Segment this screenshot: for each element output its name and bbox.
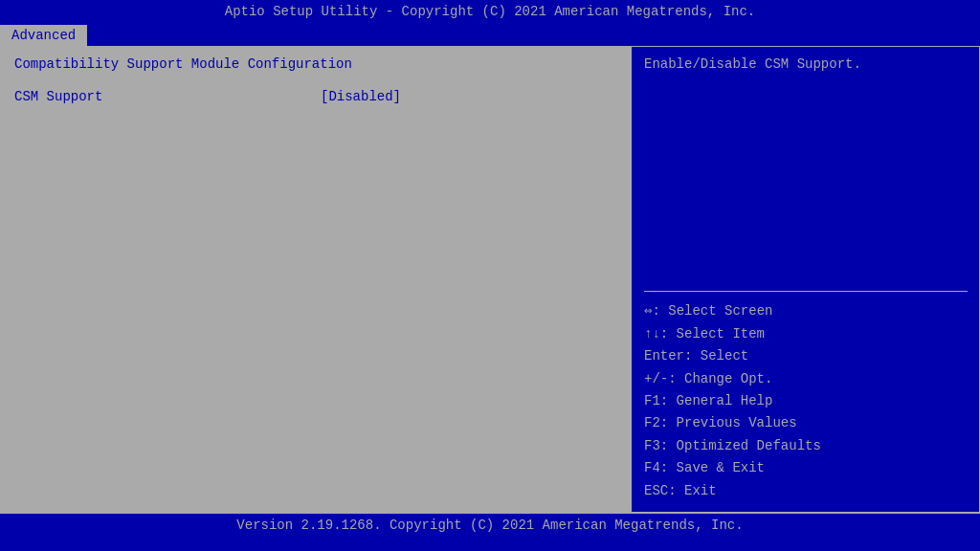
key-binding-item: F2: Previous Values — [644, 412, 968, 433]
key-binding-item: ⇔: Select Screen — [644, 300, 968, 321]
footer-text: Version 2.19.1268. Copyright (C) 2021 Am… — [236, 518, 743, 533]
csm-support-value: [Disabled] — [321, 89, 401, 104]
title-bar: Aptio Setup Utility - Copyright (C) 2021… — [0, 0, 980, 23]
main-container: Compatibility Support Module Configurati… — [0, 46, 980, 513]
key-help: ⇔: Select Screen↑↓: Select ItemEnter: Se… — [644, 299, 968, 502]
tab-bar: Advanced — [0, 23, 980, 46]
right-panel: Enable/Disable CSM Support. ⇔: Select Sc… — [633, 47, 979, 512]
key-binding-item: F1: General Help — [644, 390, 968, 411]
section-title: Compatibility Support Module Configurati… — [14, 56, 618, 72]
csm-support-label: CSM Support — [14, 89, 321, 104]
key-binding-item: +/-: Change Opt. — [644, 368, 968, 389]
footer-bar: Version 2.19.1268. Copyright (C) 2021 Am… — [0, 513, 980, 537]
key-binding-item: F3: Optimized Defaults — [644, 435, 968, 456]
tab-advanced[interactable]: Advanced — [0, 25, 87, 46]
help-text: Enable/Disable CSM Support. — [644, 56, 968, 292]
left-panel: Compatibility Support Module Configurati… — [1, 47, 633, 512]
title-text: Aptio Setup Utility - Copyright (C) 2021… — [225, 4, 756, 19]
csm-support-row[interactable]: CSM Support [Disabled] — [14, 87, 618, 106]
key-binding-item: Enter: Select — [644, 345, 968, 366]
key-binding-item: ↑↓: Select Item — [644, 323, 968, 344]
key-binding-item: F4: Save & Exit — [644, 457, 968, 478]
key-binding-item: ESC: Exit — [644, 480, 968, 501]
tab-advanced-label: Advanced — [11, 28, 76, 43]
